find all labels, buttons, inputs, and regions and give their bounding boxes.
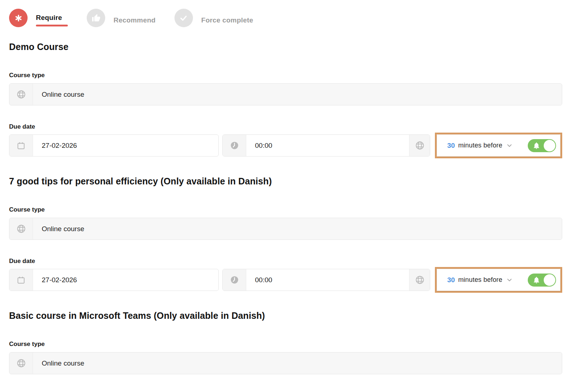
notification-toggle[interactable]: [528, 274, 556, 287]
course-type-select[interactable]: Online course: [9, 83, 562, 105]
due-date-input[interactable]: 27-02-2026: [9, 134, 219, 157]
globe-icon: [9, 218, 33, 239]
due-date-row: 27-02-2026 00:00: [9, 267, 562, 293]
due-date-input[interactable]: 27-02-2026: [9, 269, 219, 291]
reminder-value: 30: [447, 142, 455, 150]
due-time-input[interactable]: 00:00: [222, 269, 430, 291]
due-time-input[interactable]: 00:00: [222, 134, 430, 157]
course-type-value: Online course: [33, 84, 562, 105]
globe-icon: [9, 84, 33, 105]
tab-require[interactable]: Require: [9, 9, 68, 27]
course-title: 7 good tips for personal efficiency (Onl…: [9, 176, 562, 187]
check-icon: [174, 9, 193, 27]
reminder-dropdown[interactable]: 30 minutes before: [437, 269, 560, 291]
due-date-label: Due date: [9, 123, 562, 130]
calendar-icon: [9, 269, 33, 291]
globe-icon: [9, 353, 33, 374]
due-date-value: 27-02-2026: [33, 269, 218, 291]
tab-force-complete-label: Force complete: [201, 16, 253, 24]
chevron-down-icon: [506, 277, 513, 283]
tab-force-complete[interactable]: Force complete: [174, 9, 253, 27]
course-type-label: Course type: [9, 72, 562, 79]
toggle-knob: [544, 140, 555, 151]
active-tab-underline: [36, 25, 68, 26]
timezone-globe-icon[interactable]: [409, 269, 430, 291]
due-date-value: 27-02-2026: [33, 135, 218, 156]
due-date-row: 27-02-2026 00:00: [9, 133, 562, 158]
course-type-value: Online course: [33, 353, 562, 374]
timezone-globe-icon[interactable]: [409, 135, 430, 156]
due-time-value: 00:00: [246, 269, 409, 291]
bell-icon: [532, 142, 540, 150]
highlight-box: 30 minutes before: [435, 267, 562, 293]
asterisk-icon: [9, 9, 28, 27]
highlight-box: 30 minutes before: [435, 133, 562, 158]
course-title: Basic course in Microsoft Teams (Only av…: [9, 310, 562, 321]
bell-icon: [532, 276, 540, 284]
thumbs-up-icon: [87, 9, 105, 27]
reminder-unit: minutes before: [458, 142, 502, 149]
clock-icon: [223, 269, 246, 291]
toggle-knob: [544, 274, 555, 286]
course-title: Demo Course: [9, 41, 562, 52]
reminder-unit: minutes before: [458, 276, 502, 284]
course-type-value: Online course: [33, 218, 562, 239]
reminder-value: 30: [447, 276, 455, 284]
due-time-value: 00:00: [246, 135, 409, 156]
notification-toggle[interactable]: [528, 139, 556, 152]
due-date-label: Due date: [9, 258, 562, 265]
tab-recommend-label: Recommend: [114, 16, 156, 24]
calendar-icon: [9, 135, 33, 156]
course-type-label: Course type: [9, 341, 562, 348]
due-date-settings-page: Require Recommend Force complete: [0, 0, 576, 392]
course-type-select[interactable]: Online course: [9, 352, 562, 374]
course-type-label: Course type: [9, 206, 562, 213]
course-type-select[interactable]: Online course: [9, 218, 562, 240]
chevron-down-icon: [506, 142, 513, 149]
tab-require-label: Require: [36, 14, 68, 22]
assignment-mode-tabs: Require Recommend Force complete: [9, 9, 562, 28]
tab-recommend[interactable]: Recommend: [87, 9, 156, 27]
reminder-dropdown[interactable]: 30 minutes before: [437, 134, 560, 157]
clock-icon: [223, 135, 246, 156]
